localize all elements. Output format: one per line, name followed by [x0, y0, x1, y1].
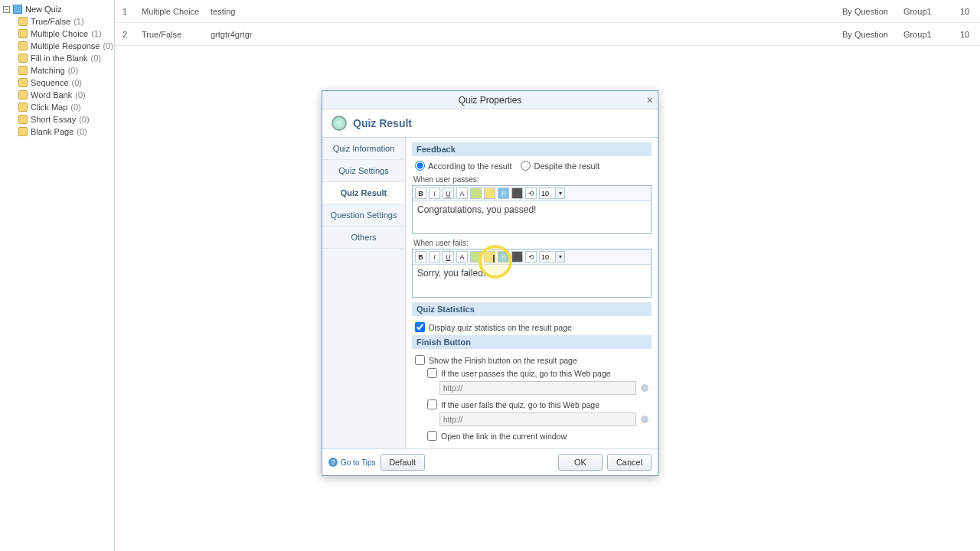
quiz-properties-dialog: Quiz Properties × Quiz Result Quiz Infor…	[322, 90, 658, 476]
open-current-check[interactable]: Open the link in the current window	[427, 429, 648, 442]
clear-icon[interactable]: ⟲	[525, 187, 537, 199]
fontsize-input[interactable]	[539, 251, 556, 262]
fail-url-input[interactable]	[439, 412, 636, 426]
stats-check[interactable]: Display quiz statistics on the result pa…	[415, 321, 648, 334]
tree-item-count: (0)	[70, 103, 80, 112]
highlight-icon[interactable]	[484, 187, 495, 199]
tree-item-count: (0)	[75, 90, 85, 99]
fail-url-check[interactable]: If the user fails the quiz, go to this W…	[427, 398, 648, 411]
dialog-title: Quiz Properties	[459, 95, 522, 106]
nav-quiz-settings[interactable]: Quiz Settings	[322, 160, 405, 182]
radio-according-input[interactable]	[415, 161, 425, 171]
tree-item-label: Short Essay	[31, 115, 76, 124]
tree-item[interactable]: Matching (0)	[18, 64, 114, 77]
bold-icon[interactable]: B	[415, 187, 426, 199]
image-icon[interactable]	[511, 187, 523, 199]
question-type-icon	[18, 66, 28, 75]
feedback-heading: Feedback	[412, 142, 652, 156]
link-icon[interactable]: ⎘	[498, 187, 509, 199]
fail-editor-body[interactable]: Sorry, you failed.	[413, 265, 651, 297]
fontsize-dropdown-icon[interactable]: ▾	[556, 251, 565, 262]
finish-show-checkbox[interactable]	[415, 355, 425, 365]
quiz-icon	[13, 5, 22, 14]
table-row[interactable]: 1Multiple ChoicetestingBy QuestionGroup1…	[115, 0, 980, 23]
tree-panel: − New Quiz True/False (1)Multiple Choice…	[0, 0, 115, 551]
tree-item[interactable]: True/False (1)	[18, 15, 114, 28]
tree-item-label: Multiple Choice	[31, 29, 88, 38]
italic-icon[interactable]: I	[429, 187, 440, 199]
bold-icon[interactable]: B	[415, 251, 426, 262]
question-type-icon	[18, 78, 28, 87]
font-icon[interactable]: A	[456, 251, 468, 262]
italic-icon[interactable]: I	[429, 251, 440, 262]
nav-quiz-result[interactable]: Quiz Result	[322, 182, 406, 204]
image-icon[interactable]	[511, 251, 523, 262]
tree-root-label: New Quiz	[25, 5, 62, 14]
color-icon[interactable]	[470, 251, 482, 262]
pass-url-check[interactable]: If the user passes the quiz, go to this …	[427, 367, 648, 380]
nav-others[interactable]: Others	[322, 227, 405, 249]
color-icon[interactable]	[470, 187, 482, 199]
tree-item-label: Sequence	[31, 78, 69, 87]
tree-item-count: (0)	[91, 54, 101, 63]
tree-item-label: True/False	[31, 17, 70, 26]
question-type-icon	[18, 103, 28, 112]
tree-root-item[interactable]: − New Quiz	[0, 3, 114, 15]
tree-item-count: (1)	[91, 29, 101, 38]
browse-icon[interactable]	[641, 384, 648, 392]
pass-editor-body[interactable]: Congratulations, you passed!	[413, 201, 651, 233]
stats-heading: Quiz Statistics	[412, 302, 652, 316]
tree-item[interactable]: Short Essay (0)	[18, 113, 114, 126]
fontsize-control[interactable]: ▾	[539, 187, 565, 199]
nav-question-settings[interactable]: Question Settings	[322, 204, 405, 227]
browse-icon[interactable]	[641, 416, 648, 423]
radio-despite-input[interactable]	[521, 161, 531, 171]
open-current-checkbox[interactable]	[427, 431, 437, 441]
go-to-tips-link[interactable]: ?Go to Tips	[328, 458, 376, 467]
collapse-icon[interactable]: −	[3, 6, 10, 13]
pass-toolbar: B I U A ⎘ ⟲ ▾	[413, 186, 651, 201]
tree-item[interactable]: Multiple Choice (1)	[18, 28, 114, 40]
tree-item[interactable]: Fill in the Blank (0)	[18, 52, 114, 64]
close-icon[interactable]: ×	[647, 94, 653, 106]
cancel-button[interactable]: Cancel	[607, 454, 652, 471]
tree-item[interactable]: Word Bank (0)	[18, 89, 114, 101]
ok-button[interactable]: OK	[558, 454, 603, 471]
tree-item[interactable]: Multiple Response (0)	[18, 40, 114, 52]
pass-url-input[interactable]	[439, 381, 636, 395]
dialog-content: Feedback According to the result Despite…	[405, 138, 658, 448]
table-row[interactable]: 2True/Falsegrtgtr4grtgrBy QuestionGroup1…	[115, 23, 980, 46]
result-icon	[332, 116, 347, 131]
fontsize-dropdown-icon[interactable]: ▾	[556, 187, 565, 199]
tree-item[interactable]: Blank Page (0)	[18, 126, 114, 138]
underline-icon[interactable]: U	[443, 251, 454, 262]
stats-checkbox[interactable]	[415, 322, 425, 332]
tree-item-label: Multiple Response	[31, 41, 100, 51]
tree-item-label: Fill in the Blank	[31, 54, 88, 63]
default-button[interactable]: Default	[381, 454, 425, 471]
dialog-footer: ?Go to Tips Default OK Cancel	[322, 448, 658, 475]
radio-according[interactable]: According to the result	[415, 161, 511, 171]
clear-icon[interactable]: ⟲	[525, 251, 537, 262]
highlight-icon[interactable]	[484, 251, 495, 262]
tree-item-label: Click Map	[31, 103, 67, 112]
tree-item[interactable]: Click Map (0)	[18, 101, 114, 113]
tree-item-label: Blank Page	[31, 127, 74, 136]
dialog-header-title: Quiz Result	[353, 117, 412, 129]
question-table: 1Multiple ChoicetestingBy QuestionGroup1…	[115, 0, 980, 54]
question-type-icon	[18, 17, 28, 26]
nav-quiz-information[interactable]: Quiz Information	[322, 138, 405, 160]
tree-item[interactable]: Sequence (0)	[18, 77, 114, 89]
link-icon[interactable]: ⎘	[498, 251, 509, 262]
tree-item-count: (0)	[103, 41, 113, 51]
fail-url-checkbox[interactable]	[427, 399, 437, 409]
pass-url-checkbox[interactable]	[427, 368, 437, 378]
fontsize-input[interactable]	[539, 187, 556, 199]
finish-show-check[interactable]: Show the Finish button on the result pag…	[415, 354, 648, 367]
underline-icon[interactable]: U	[443, 187, 454, 199]
font-icon[interactable]: A	[456, 187, 468, 199]
radio-despite[interactable]: Despite the result	[521, 161, 599, 171]
dialog-titlebar: Quiz Properties ×	[322, 91, 658, 109]
help-icon: ?	[328, 458, 338, 467]
fontsize-control[interactable]: ▾	[539, 251, 565, 262]
